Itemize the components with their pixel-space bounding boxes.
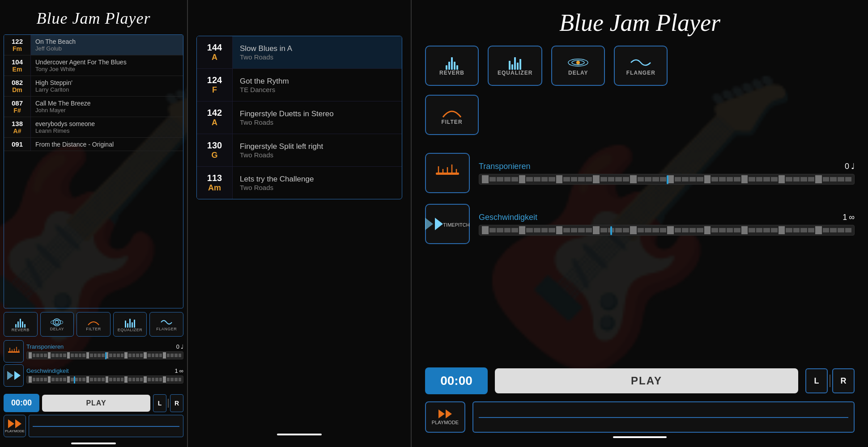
mid-song-bpm: 144 <box>207 42 222 53</box>
left-reverb-btn[interactable]: REVERB <box>4 312 38 337</box>
left-flanger-btn[interactable]: FLANGER <box>149 312 183 337</box>
left-bottom-controls: 00:00 PLAY L R PLAYMODE <box>0 390 187 441</box>
right-r-button[interactable]: R <box>832 368 855 393</box>
right-lr-divider <box>830 375 830 387</box>
mid-song-key: Am <box>208 183 221 193</box>
song-title: Call Me The Breeze <box>35 100 179 107</box>
right-timepitch-btn[interactable]: TIMEPITCH <box>425 204 470 244</box>
middle-song-list: 144 A Slow Blues in A Two Roads 124 F Go… <box>196 36 402 199</box>
mid-song-meta: 144 A <box>197 36 233 68</box>
song-bpm: 104 <box>12 58 23 66</box>
left-home-indicator <box>71 443 116 444</box>
svg-rect-3 <box>8 351 20 353</box>
left-speed-row: Geschwindigkeit 1 ∞ <box>4 364 183 387</box>
song-key: A# <box>13 127 21 135</box>
timepitch-icon <box>7 371 21 380</box>
left-play-button[interactable]: PLAY <box>42 395 150 412</box>
flanger-label: FLANGER <box>156 327 177 331</box>
right-progress-line <box>479 417 848 418</box>
left-speed-label: Geschwindigkeit <box>26 367 69 374</box>
list-item[interactable]: 091 From the Distance - Original <box>4 138 183 151</box>
mid-song-artist: TE Dancers <box>240 86 395 93</box>
right-app-title: Blue Jam Player <box>425 9 855 46</box>
list-item[interactable]: 104 Em Undercover Agent For The Blues To… <box>4 55 183 76</box>
right-filter-btn[interactable]: FILTER <box>425 95 479 135</box>
song-title: High Steppin' <box>35 79 179 86</box>
right-flanger-label: FLANGER <box>626 70 655 76</box>
left-delay-btn[interactable]: DELAY <box>40 312 74 337</box>
song-key: Dm <box>12 86 22 93</box>
mid-song-key: F <box>212 85 217 95</box>
list-item[interactable]: 082 Dm High Steppin' Larry Carlton <box>4 76 183 97</box>
list-item[interactable]: 122 Fm On The Beach Jeff Golub <box>4 35 183 55</box>
mid-song-info: Fingerstyle Split left right Two Roads <box>233 134 402 166</box>
left-panel: 🎸 Blue Jam Player 122 Fm On The Beach Je… <box>0 0 188 447</box>
left-progress-bar[interactable] <box>29 415 183 437</box>
song-meta: 122 Fm <box>4 35 31 55</box>
song-meta: 082 Dm <box>4 76 31 96</box>
filter-label: FILTER <box>86 327 101 331</box>
delay-label: DELAY <box>50 327 64 331</box>
left-playmode-button[interactable]: PLAYMODE <box>4 415 26 437</box>
right-transpose-value: 0 ♩ <box>845 161 855 171</box>
right-filter-icon <box>441 105 463 119</box>
song-key: F# <box>13 107 21 114</box>
song-title: everybodys someone <box>35 120 179 127</box>
left-filter-btn[interactable]: FILTER <box>77 312 111 337</box>
right-eq-label: EQUALIZER <box>498 70 532 76</box>
left-transpose-thumb <box>105 352 106 359</box>
right-reverb-label: REVERB <box>439 70 464 76</box>
left-pitchshift-btn[interactable] <box>4 340 24 363</box>
right-playmode-button[interactable]: PLAYMODE <box>425 401 465 433</box>
song-bpm: 091 <box>12 140 23 148</box>
left-transpose-value: 0 ♩ <box>176 343 183 350</box>
right-reverb-icon <box>446 55 458 70</box>
left-equalizer-btn[interactable]: EQUALIZER <box>113 312 147 337</box>
right-speed-value: 1 ∞ <box>842 213 855 222</box>
left-timepitch-btn[interactable] <box>4 364 24 387</box>
left-sliders: Transponieren 0 ♩ <box>0 338 187 390</box>
left-app-title: Blue Jam Player <box>0 0 187 34</box>
left-effects-row: REVERB DELAY FILTER EQUALIZER FLANGER <box>0 308 187 338</box>
right-timepitch-label: TIMEPITCH <box>443 222 469 228</box>
right-progress-bar[interactable] <box>472 401 855 433</box>
song-bpm: 082 <box>12 79 23 86</box>
mid-song-title: Fingerstyle Split left right <box>240 142 395 151</box>
eq-label: EQUALIZER <box>118 328 143 332</box>
list-item[interactable]: 113 Am Lets try the Challenge Two Roads <box>197 167 402 199</box>
mid-song-key: A <box>212 53 217 62</box>
right-transpose-label: Transponieren <box>479 162 530 171</box>
song-artist: Tony Joe White <box>35 66 179 72</box>
left-lr-divider <box>168 399 169 408</box>
right-flanger-btn[interactable]: FLANGER <box>614 46 668 86</box>
list-item[interactable]: 124 F Got the Rythm TE Dancers <box>197 69 402 101</box>
list-item[interactable]: 130 G Fingerstyle Split left right Two R… <box>197 134 402 167</box>
right-transpose-slider[interactable] <box>479 174 855 185</box>
list-item[interactable]: 138 A# everybodys someone Leann Rimes <box>4 117 183 138</box>
delay-icon <box>51 318 63 327</box>
right-l-button[interactable]: L <box>805 368 828 393</box>
mid-song-bpm: 113 <box>207 173 222 183</box>
right-speed-slider[interactable] <box>479 225 855 236</box>
left-l-button[interactable]: L <box>153 394 166 412</box>
pitchshift-icon <box>7 345 21 358</box>
song-meta: 091 <box>4 138 31 151</box>
right-delay-btn[interactable]: DELAY <box>551 46 605 86</box>
right-play-button[interactable]: PLAY <box>495 368 798 393</box>
left-transpose-slider[interactable] <box>26 351 183 359</box>
mid-song-meta: 142 A <box>197 101 233 134</box>
middle-home-indicator <box>277 434 322 435</box>
right-pitchshift-btn[interactable] <box>425 153 470 193</box>
list-item[interactable]: 142 A Fingerstyle Duetts in Stereo Two R… <box>197 101 402 134</box>
left-lr-buttons: L R <box>153 394 183 412</box>
reverb-label: REVERB <box>12 328 30 332</box>
right-bottom: 00:00 PLAY L R PLAYMODE <box>425 367 855 438</box>
left-r-button[interactable]: R <box>170 394 183 412</box>
left-speed-slider[interactable] <box>26 375 183 384</box>
note-icon: ♩ <box>181 343 183 350</box>
list-item[interactable]: 144 A Slow Blues in A Two Roads <box>197 36 402 69</box>
right-equalizer-btn[interactable]: EQUALIZER <box>488 46 542 86</box>
list-item[interactable]: 087 F# Call Me The Breeze John Mayer <box>4 97 183 117</box>
right-reverb-btn[interactable]: REVERB <box>425 46 479 86</box>
right-effects-row: REVERB EQUALIZER DELAY <box>425 46 855 86</box>
